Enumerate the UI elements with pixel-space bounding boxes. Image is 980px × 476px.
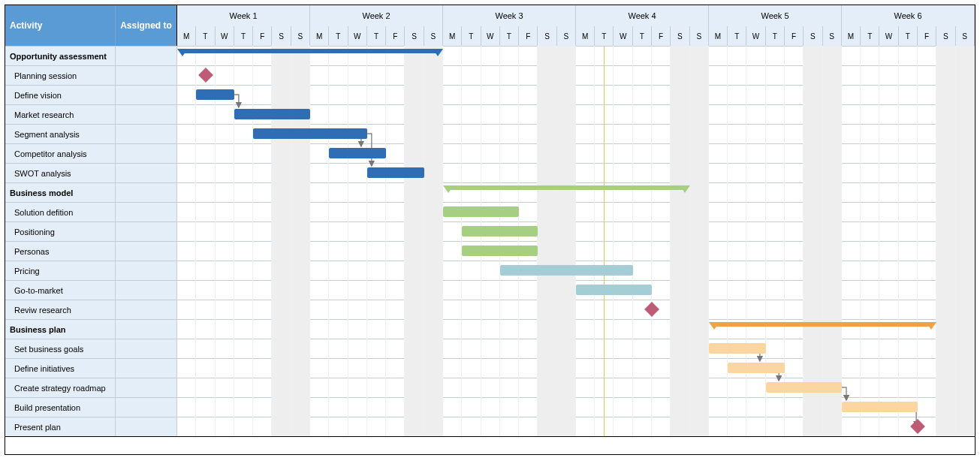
task-row: Set business goals [5,339,975,358]
task-name-cell: Business model [5,183,116,202]
timeline-cell [177,378,975,397]
task-name-cell: Create strategy roadmap [5,378,116,397]
day-header: S [538,26,556,46]
day-header: T [462,26,481,46]
task-row: SWOT analysis [5,163,975,182]
assigned-cell [116,281,177,300]
task-row: Present plan [5,417,975,436]
timeline-cell [177,203,975,221]
week-header: Week 3 [443,5,576,26]
day-header: S [424,26,443,46]
day-header: T [367,26,386,46]
week-header: Week 5 [709,5,842,26]
gantt-chart: Activity Assigned to Week 1Week 2Week 3W… [5,5,975,455]
summary-bar[interactable] [182,49,438,53]
timeline-cell [177,242,975,261]
task-row: Planning session [5,65,975,85]
task-bar[interactable] [329,148,386,158]
day-header: T [234,26,253,46]
day-header: T [728,26,746,46]
timeline-cell [177,339,975,358]
task-bar[interactable] [576,285,652,295]
task-bar[interactable] [842,402,918,412]
task-name-cell: Competitor analysis [5,144,116,163]
timeline-cell [177,359,975,378]
task-bar[interactable] [367,167,424,178]
task-row: Reviw research [5,300,975,319]
day-header: S [936,26,955,46]
timeline-cell [177,417,975,436]
task-name-cell: Solution defition [5,203,116,221]
day-header: T [500,26,519,46]
assigned-cell [116,398,177,417]
task-name-cell: Set business goals [5,339,116,358]
day-header: M [443,26,462,46]
day-header: M [709,26,728,46]
assigned-cell [116,222,177,241]
task-name-cell: Define vision [5,86,116,104]
task-bar[interactable] [253,128,367,139]
task-bar[interactable] [462,246,538,256]
task-bar[interactable] [196,89,234,100]
timeline-cell [177,86,975,104]
task-bar[interactable] [443,206,519,217]
day-header: F [253,26,272,46]
timeline-cell [177,164,975,182]
week-header: Week 1 [177,5,310,26]
task-name-cell: SWOT analysis [5,164,116,182]
summary-bar[interactable] [714,322,931,327]
day-header: W [348,26,367,46]
assigned-cell [116,203,177,221]
task-bar[interactable] [234,109,310,119]
task-name-cell: Reviw research [5,300,116,319]
day-header: S [804,26,822,46]
week-header: Week 4 [576,5,709,26]
task-bar[interactable] [462,226,538,236]
task-bar[interactable] [766,382,842,393]
timeline-cell [177,144,975,163]
gantt-footer [5,436,975,454]
day-header: T [766,26,785,46]
task-name-cell: Present plan [5,417,116,436]
timeline-cell [177,300,975,319]
day-header: S [405,26,424,46]
assigned-cell [116,183,177,202]
task-bar[interactable] [728,363,785,373]
day-header: F [519,26,538,46]
task-name-cell: Define initiatives [5,359,116,378]
week-header: Week 2 [310,5,443,26]
day-header: T [329,26,348,46]
day-header: S [823,26,842,46]
day-header: T [633,26,652,46]
assigned-cell [116,261,177,280]
gantt-header: Activity Assigned to Week 1Week 2Week 3W… [5,5,975,46]
day-header: S [291,26,310,46]
task-name-cell: Segment analysis [5,125,116,143]
day-header: M [177,26,196,46]
day-header: S [956,26,975,46]
day-header: F [386,26,405,46]
task-name-cell: Opportunity assessment [5,47,116,65]
day-header: F [785,26,804,46]
day-header: M [310,26,329,46]
day-header: T [899,26,918,46]
day-header: W [879,26,898,46]
day-header: M [576,26,595,46]
day-header: W [216,26,234,46]
day-header: M [842,26,861,46]
day-header: S [557,26,576,46]
group-row: Opportunity assessment [5,46,975,65]
gantt-body: Opportunity assessmentPlanning sessionDe… [5,46,975,436]
week-header: Week 6 [842,5,975,26]
task-bar[interactable] [500,265,633,276]
day-header: F [652,26,671,46]
timeline-cell [177,222,975,241]
assigned-cell [116,320,177,339]
assigned-cell [116,47,177,65]
day-header: W [614,26,632,46]
task-bar[interactable] [709,343,766,354]
task-row: Go-to-market [5,280,975,300]
summary-bar[interactable] [448,185,685,190]
task-row: Competitor analysis [5,143,975,163]
assigned-cell [116,417,177,436]
